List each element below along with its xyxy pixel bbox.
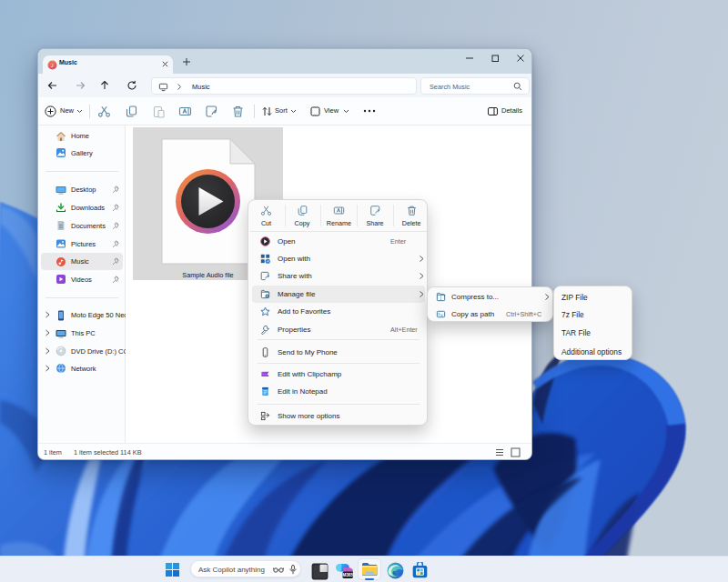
svg-text:M365: M365 xyxy=(342,573,353,577)
svg-text:♪: ♪ xyxy=(50,60,54,68)
